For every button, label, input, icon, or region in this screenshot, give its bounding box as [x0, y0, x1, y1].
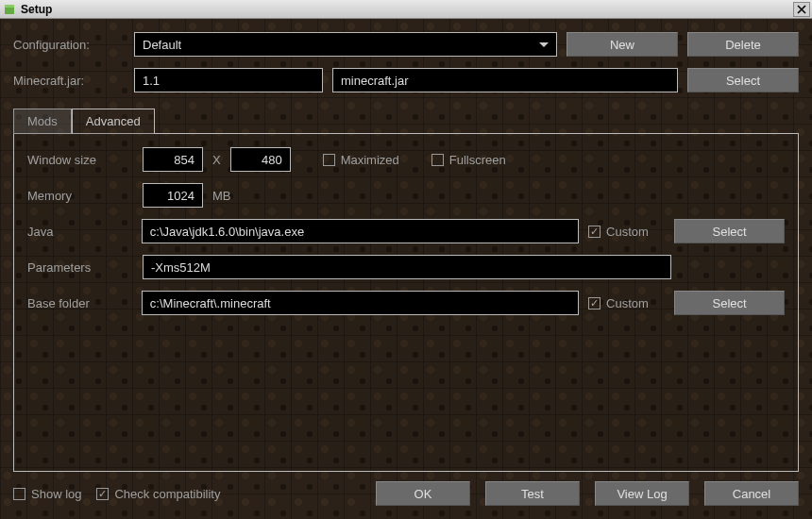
- configuration-select[interactable]: Default: [134, 32, 557, 57]
- java-select-button[interactable]: Select: [674, 219, 785, 243]
- java-row: Java ✓ Custom Select: [27, 219, 785, 243]
- checkbox-checked-icon: ✓: [96, 488, 109, 500]
- base-custom-label: Custom: [606, 296, 649, 310]
- test-button[interactable]: Test: [485, 481, 580, 506]
- base-custom-checkbox[interactable]: ✓ Custom: [588, 296, 665, 310]
- parameters-label: Parameters: [27, 260, 133, 275]
- java-path-input[interactable]: [142, 219, 579, 243]
- checkcompat-checkbox[interactable]: ✓ Check compatibility: [96, 487, 220, 501]
- checkbox-icon: [323, 154, 335, 166]
- window-title: Setup: [21, 3, 793, 16]
- jar-select-button[interactable]: Select: [687, 68, 799, 92]
- fullscreen-checkbox[interactable]: Fullscreen: [431, 153, 506, 167]
- java-custom-checkbox[interactable]: ✓ Custom: [588, 225, 665, 239]
- checkcompat-label: Check compatibility: [114, 487, 220, 501]
- dimension-x: X: [212, 153, 221, 167]
- checkbox-icon: [13, 488, 25, 500]
- window-width-input[interactable]: [143, 147, 203, 172]
- showlog-label: Show log: [31, 487, 81, 501]
- fullscreen-label: Fullscreen: [449, 153, 506, 167]
- memory-unit: MB: [212, 189, 231, 203]
- configuration-row: Configuration: Default New Delete: [13, 32, 799, 57]
- delete-button[interactable]: Delete: [687, 32, 799, 57]
- maximized-label: Maximized: [341, 153, 399, 167]
- window-size-row: Window size X Maximized Fullscreen: [27, 147, 785, 172]
- ok-button[interactable]: OK: [376, 481, 470, 506]
- tab-advanced[interactable]: Advanced: [72, 109, 155, 134]
- checkbox-checked-icon: ✓: [588, 297, 601, 310]
- viewlog-button[interactable]: View Log: [595, 481, 689, 506]
- tabs: Mods Advanced: [13, 108, 799, 133]
- window-height-input[interactable]: [230, 147, 291, 172]
- tabpanel-advanced: Window size X Maximized Fullscreen Memor…: [13, 133, 799, 472]
- base-folder-label: Base folder: [27, 296, 132, 310]
- close-button[interactable]: [793, 2, 810, 17]
- jar-label: Minecraft.jar:: [13, 74, 125, 88]
- base-select-button[interactable]: Select: [674, 291, 785, 315]
- jar-version-input[interactable]: [134, 68, 323, 92]
- memory-label: Memory: [27, 189, 133, 203]
- configuration-value: Default: [143, 38, 181, 52]
- cancel-button[interactable]: Cancel: [704, 481, 799, 506]
- base-folder-row: Base folder ✓ Custom Select: [27, 291, 785, 315]
- maximized-checkbox[interactable]: Maximized: [323, 153, 399, 167]
- tab-mods[interactable]: Mods: [13, 109, 72, 134]
- checkbox-checked-icon: ✓: [588, 226, 601, 238]
- content-area: Configuration: Default New Delete Minecr…: [0, 19, 812, 519]
- app-icon: [2, 2, 17, 17]
- memory-row: Memory MB: [27, 183, 785, 208]
- java-label: Java: [27, 225, 132, 239]
- jar-filename-input[interactable]: [332, 68, 678, 92]
- chevron-down-icon: [539, 42, 549, 47]
- java-custom-label: Custom: [606, 225, 649, 239]
- svg-rect-1: [5, 5, 14, 8]
- window-size-label: Window size: [27, 153, 133, 167]
- svg-rect-0: [5, 7, 14, 14]
- titlebar: Setup: [0, 0, 812, 19]
- base-folder-input[interactable]: [142, 291, 579, 315]
- parameters-input[interactable]: [143, 255, 671, 279]
- jar-row: Minecraft.jar: Select: [13, 68, 799, 92]
- configuration-label: Configuration:: [13, 38, 125, 52]
- footer: Show log ✓ Check compatibility OK Test V…: [13, 481, 799, 506]
- showlog-checkbox[interactable]: Show log: [13, 487, 81, 501]
- memory-input[interactable]: [143, 183, 203, 208]
- checkbox-icon: [431, 154, 444, 166]
- parameters-row: Parameters: [27, 255, 785, 279]
- new-button[interactable]: New: [567, 32, 678, 57]
